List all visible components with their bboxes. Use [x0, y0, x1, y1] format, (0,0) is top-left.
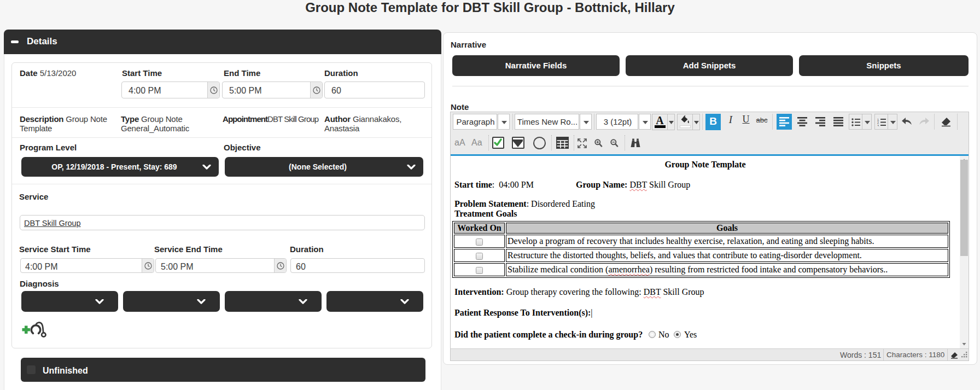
- svg-text:3: 3: [877, 124, 879, 127]
